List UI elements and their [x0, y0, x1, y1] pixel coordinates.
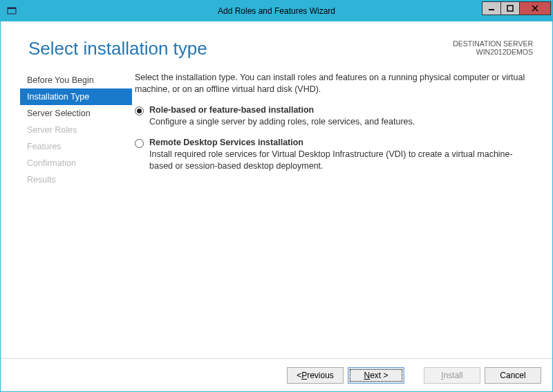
- option-title: Role-based or feature-based installation: [149, 105, 533, 115]
- next-button[interactable]: Next >: [348, 367, 404, 384]
- wizard-window: Add Roles and Features Wizard Select ins…: [0, 0, 553, 392]
- svg-rect-1: [8, 8, 16, 9]
- radio-remote-desktop[interactable]: [135, 139, 144, 148]
- header-row: Select installation type DESTINATION SER…: [1, 21, 552, 65]
- previous-button[interactable]: < Previous: [287, 367, 344, 384]
- window-title: Add Roles and Features Wizard: [1, 6, 552, 16]
- cancel-button[interactable]: Cancel: [485, 367, 541, 384]
- intro-text: Select the installation type. You can in…: [135, 72, 533, 95]
- window-controls: [482, 1, 551, 15]
- sidebar-item-before-you-begin[interactable]: Before You Begin: [20, 72, 132, 88]
- svg-rect-3: [507, 6, 513, 11]
- sidebar-item-features: Features: [20, 138, 132, 155]
- option-role-based[interactable]: Role-based or feature-based installation…: [135, 105, 533, 128]
- option-remote-desktop[interactable]: Remote Desktop Services installation Ins…: [135, 138, 533, 172]
- main-panel: Select the installation type. You can in…: [132, 69, 538, 358]
- option-body: Remote Desktop Services installation Ins…: [149, 138, 533, 172]
- client-area: Select installation type DESTINATION SER…: [1, 21, 552, 391]
- destination-block: DESTINATION SERVER WIN2012DEMOS: [453, 39, 533, 56]
- radio-role-based[interactable]: [135, 106, 144, 115]
- sidebar-item-results: Results: [20, 171, 132, 188]
- footer: < Previous Next > Install Cancel: [1, 358, 552, 391]
- option-body: Role-based or feature-based installation…: [149, 105, 533, 128]
- wizard-sidebar: Before You Begin Installation Type Serve…: [1, 69, 132, 358]
- maximize-button[interactable]: [500, 1, 520, 15]
- destination-value: WIN2012DEMOS: [453, 48, 533, 56]
- install-button: Install: [424, 367, 480, 384]
- sidebar-item-confirmation: Confirmation: [20, 155, 132, 171]
- app-icon: [6, 6, 17, 17]
- option-desc: Install required role services for Virtu…: [149, 149, 533, 172]
- minimize-button[interactable]: [482, 1, 501, 15]
- sidebar-item-installation-type[interactable]: Installation Type: [20, 88, 132, 105]
- destination-label: DESTINATION SERVER: [453, 39, 533, 48]
- titlebar[interactable]: Add Roles and Features Wizard: [1, 1, 552, 21]
- option-desc: Configure a single server by adding role…: [149, 116, 533, 128]
- page-title: Select installation type: [28, 38, 453, 59]
- close-button[interactable]: [519, 1, 551, 15]
- content-row: Before You Begin Installation Type Serve…: [1, 65, 552, 358]
- sidebar-item-server-selection[interactable]: Server Selection: [20, 105, 132, 122]
- sidebar-item-server-roles: Server Roles: [20, 122, 132, 138]
- option-title: Remote Desktop Services installation: [149, 138, 533, 147]
